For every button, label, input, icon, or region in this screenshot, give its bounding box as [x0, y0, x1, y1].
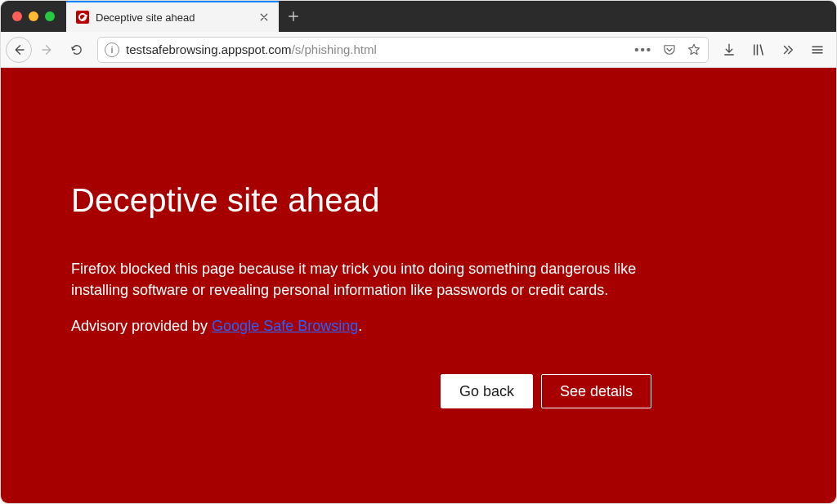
menu-icon: [810, 42, 825, 57]
library-button[interactable]: [745, 37, 772, 63]
overflow-button[interactable]: [774, 37, 802, 63]
warning-body: Firefox blocked this page because it may…: [71, 258, 679, 301]
url-text: testsafebrowsing.appspot.com/s/phishing.…: [126, 42, 628, 56]
pocket-icon[interactable]: [662, 42, 677, 57]
minimize-window-button[interactable]: [29, 11, 38, 21]
library-icon: [751, 42, 766, 57]
warning-page: Deceptive site ahead Firefox blocked thi…: [1, 68, 836, 503]
back-button[interactable]: [6, 37, 32, 63]
address-bar[interactable]: i testsafebrowsing.appspot.com/s/phishin…: [97, 37, 709, 63]
urlbar-actions: •••: [634, 42, 701, 57]
arrow-right-icon: [40, 42, 55, 57]
active-tab[interactable]: Deceptive site ahead: [66, 1, 279, 32]
advisory-suffix: .: [358, 318, 362, 334]
warning-favicon-icon: [76, 11, 89, 24]
url-domain: testsafebrowsing.appspot.com: [126, 42, 292, 56]
see-details-button[interactable]: See details: [541, 374, 651, 408]
reload-icon: [69, 42, 84, 57]
tab-title: Deceptive site ahead: [96, 11, 251, 24]
maximize-window-button[interactable]: [45, 11, 55, 21]
advisory-prefix: Advisory provided by: [71, 318, 212, 334]
plus-icon: [288, 11, 299, 22]
safe-browsing-link[interactable]: Google Safe Browsing: [212, 318, 358, 334]
downloads-button[interactable]: [715, 37, 743, 63]
forward-button[interactable]: [34, 37, 61, 63]
go-back-button[interactable]: Go back: [441, 374, 533, 408]
close-window-button[interactable]: [12, 11, 22, 21]
site-info-icon[interactable]: i: [105, 42, 119, 57]
warning-panel: Deceptive site ahead Firefox blocked thi…: [1, 68, 704, 408]
star-icon[interactable]: [687, 42, 701, 57]
tab-close-button[interactable]: [257, 11, 271, 24]
page-actions-button[interactable]: •••: [634, 42, 652, 56]
warning-buttons: Go back See details: [71, 374, 679, 408]
url-path: /s/phishing.html: [292, 42, 377, 56]
reload-button[interactable]: [63, 37, 91, 63]
browser-window: Deceptive site ahead i testsafebrowsing.…: [0, 0, 837, 504]
toolbar: i testsafebrowsing.appspot.com/s/phishin…: [1, 32, 836, 68]
download-icon: [722, 42, 736, 57]
close-icon: [259, 12, 269, 22]
warning-heading: Deceptive site ahead: [71, 182, 679, 219]
chevron-double-right-icon: [781, 42, 795, 57]
warning-advisory: Advisory provided by Google Safe Browsin…: [71, 315, 679, 337]
new-tab-button[interactable]: [279, 1, 308, 32]
tab-strip: Deceptive site ahead: [1, 1, 836, 32]
arrow-left-icon: [11, 42, 26, 57]
window-controls: [1, 1, 66, 32]
app-menu-button[interactable]: [803, 37, 831, 63]
